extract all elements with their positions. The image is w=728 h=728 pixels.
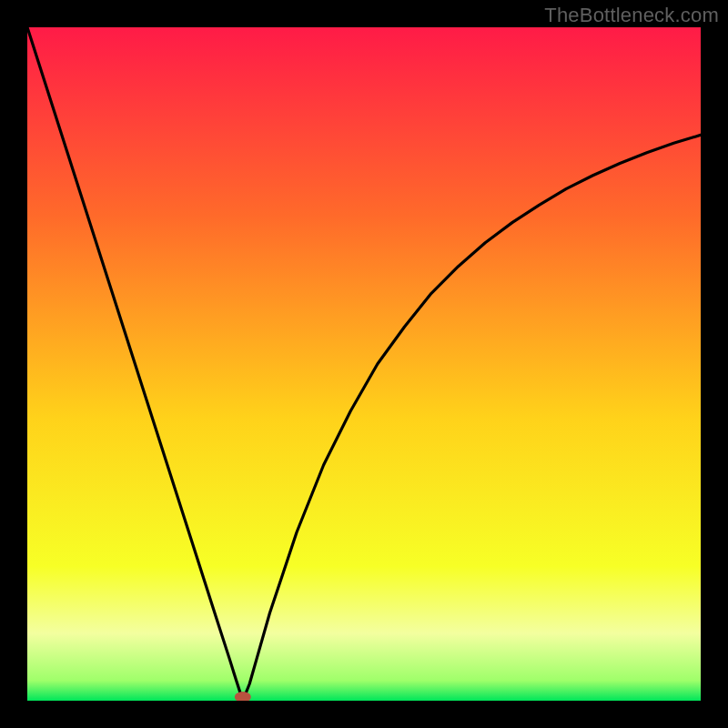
bottleneck-chart [27,27,701,701]
gradient-background [27,27,701,701]
chart-frame: TheBottleneck.com [0,0,728,728]
watermark-text: TheBottleneck.com [544,4,719,27]
